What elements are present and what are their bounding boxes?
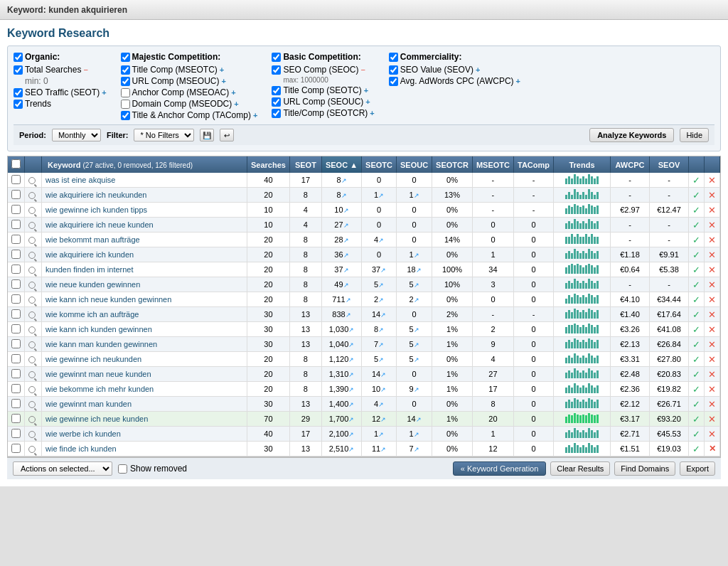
accept-icon[interactable]: ✓ xyxy=(692,190,700,201)
reject-icon[interactable]: ✕ xyxy=(708,265,716,275)
row-check-cell[interactable]: ✓ xyxy=(689,397,705,412)
row-checkbox-cell[interactable] xyxy=(8,442,25,456)
reject-icon[interactable]: ✕ xyxy=(708,294,716,305)
seotcr-checkbox[interactable] xyxy=(272,109,281,118)
row-checkbox-cell[interactable] xyxy=(8,233,25,247)
row-check-cell[interactable]: ✓ xyxy=(689,442,705,456)
seotc-checkbox[interactable] xyxy=(272,86,281,95)
row-checkbox-cell[interactable] xyxy=(8,247,25,262)
row-checkbox[interactable] xyxy=(11,220,21,229)
reject-icon[interactable]: ✕ xyxy=(708,235,716,245)
mseodc-plus[interactable]: + xyxy=(234,100,238,108)
reset-filter-btn[interactable]: ↩ xyxy=(220,129,234,142)
row-keyword-cell[interactable]: was ist eine akquise xyxy=(42,173,247,188)
mseotc-plus[interactable]: + xyxy=(220,65,224,74)
row-keyword-cell[interactable]: wie komme ich an aufträge xyxy=(42,307,247,322)
row-checkbox[interactable] xyxy=(11,429,21,438)
row-checkbox-cell[interactable] xyxy=(8,188,25,203)
reject-icon[interactable]: ✕ xyxy=(708,220,716,230)
row-check-cell[interactable]: ✓ xyxy=(689,352,705,367)
header-seotcr-col[interactable]: SEOTCR xyxy=(432,156,473,173)
row-x-cell[interactable]: ✕ xyxy=(705,307,720,322)
trends-checkbox[interactable] xyxy=(14,100,23,109)
row-keyword-cell[interactable]: wie kann man kunden gewinnen xyxy=(42,337,247,352)
row-checkbox-cell[interactable] xyxy=(8,427,25,442)
row-check-cell[interactable]: ✓ xyxy=(689,322,705,337)
row-keyword-cell[interactable]: wie bekommt man aufträge xyxy=(42,233,247,247)
show-removed-checkbox[interactable] xyxy=(118,464,127,474)
row-check-cell[interactable]: ✓ xyxy=(689,292,705,307)
total-searches-minus[interactable]: − xyxy=(83,65,87,74)
header-mseotc-col[interactable]: MSEOTC xyxy=(472,156,513,173)
majestic-checkbox[interactable] xyxy=(121,53,130,62)
row-checkbox-cell[interactable] xyxy=(8,322,25,337)
row-keyword-cell[interactable]: wie finde ich kunden xyxy=(42,442,247,456)
seot-checkbox[interactable] xyxy=(14,88,23,97)
accept-icon[interactable]: ✓ xyxy=(692,220,700,230)
row-checkbox[interactable] xyxy=(11,339,21,348)
row-keyword-cell[interactable]: wie kann ich neue kunden gewinnen xyxy=(42,292,247,307)
mseoac-plus[interactable]: + xyxy=(231,88,235,97)
row-x-cell[interactable]: ✕ xyxy=(705,397,720,412)
row-keyword-cell[interactable]: wie gewinnt man neue kunden xyxy=(42,367,247,382)
row-x-cell[interactable]: ✕ xyxy=(705,382,720,397)
row-checkbox[interactable] xyxy=(11,235,21,244)
row-check-cell[interactable]: ✓ xyxy=(689,367,705,382)
find-domains-btn[interactable]: Find Domains xyxy=(614,461,675,476)
row-keyword-cell[interactable]: wie akquiriere ich neukunden xyxy=(42,188,247,203)
row-check-cell[interactable]: ✓ xyxy=(689,247,705,262)
seov-checkbox[interactable] xyxy=(389,65,398,75)
accept-icon[interactable]: ✓ xyxy=(692,235,700,245)
accept-icon[interactable]: ✓ xyxy=(692,384,700,395)
row-x-cell[interactable]: ✕ xyxy=(705,442,720,456)
accept-icon[interactable]: ✓ xyxy=(692,250,700,260)
accept-icon[interactable]: ✓ xyxy=(692,444,700,454)
row-keyword-cell[interactable]: wie gewinnt man kunden xyxy=(42,397,247,412)
accept-icon[interactable]: ✓ xyxy=(692,399,700,410)
row-check-cell[interactable]: ✓ xyxy=(689,307,705,322)
clear-results-btn[interactable]: Clear Results xyxy=(550,461,610,476)
reject-icon[interactable]: ✕ xyxy=(708,205,716,215)
reject-icon[interactable]: ✕ xyxy=(708,414,716,424)
row-checkbox-cell[interactable] xyxy=(8,292,25,307)
header-seov-col[interactable]: SEOV xyxy=(650,156,689,173)
filter-select[interactable]: * No Filters xyxy=(134,129,194,142)
row-x-cell[interactable]: ✕ xyxy=(705,277,720,292)
reject-icon[interactable]: ✕ xyxy=(708,279,716,290)
reject-icon[interactable]: ✕ xyxy=(708,429,716,439)
row-checkbox-cell[interactable] xyxy=(8,262,25,277)
tacomp-plus[interactable]: + xyxy=(253,111,257,119)
basic-checkbox[interactable] xyxy=(272,53,281,62)
row-checkbox-cell[interactable] xyxy=(8,352,25,367)
row-x-cell[interactable]: ✕ xyxy=(705,173,720,188)
accept-icon[interactable]: ✓ xyxy=(692,354,700,365)
seot-plus[interactable]: + xyxy=(102,88,106,97)
seotcr-plus[interactable]: + xyxy=(370,109,374,117)
mseodc-checkbox[interactable] xyxy=(121,100,130,109)
row-checkbox[interactable] xyxy=(11,250,21,259)
row-checkbox[interactable] xyxy=(11,190,21,199)
save-filter-btn[interactable]: 💾 xyxy=(200,129,214,142)
row-check-cell[interactable]: ✓ xyxy=(689,412,705,427)
accept-icon[interactable]: ✓ xyxy=(692,414,700,424)
reject-icon[interactable]: ✕ xyxy=(708,324,716,335)
row-x-cell[interactable]: ✕ xyxy=(705,188,720,203)
header-seoc-col[interactable]: SEOC ▲ xyxy=(321,156,361,173)
row-checkbox[interactable] xyxy=(11,279,21,289)
row-check-cell[interactable]: ✓ xyxy=(689,218,705,233)
seoc-minus[interactable]: − xyxy=(360,65,365,74)
row-keyword-cell[interactable]: wie werbe ich kunden xyxy=(42,427,247,442)
row-x-cell[interactable]: ✕ xyxy=(705,203,720,218)
header-seot-col[interactable]: SEOT xyxy=(289,156,321,173)
row-checkbox[interactable] xyxy=(11,265,21,274)
export-btn[interactable]: Export xyxy=(680,461,715,476)
row-check-cell[interactable]: ✓ xyxy=(689,337,705,352)
row-x-cell[interactable]: ✕ xyxy=(705,322,720,337)
row-checkbox-cell[interactable] xyxy=(8,307,25,322)
commerciality-checkbox[interactable] xyxy=(389,53,398,62)
row-checkbox[interactable] xyxy=(11,354,21,363)
select-all-checkbox[interactable] xyxy=(11,159,21,169)
mseouc-checkbox[interactable] xyxy=(121,77,130,86)
awcpc-plus[interactable]: + xyxy=(516,77,520,85)
row-x-cell[interactable]: ✕ xyxy=(705,412,720,427)
